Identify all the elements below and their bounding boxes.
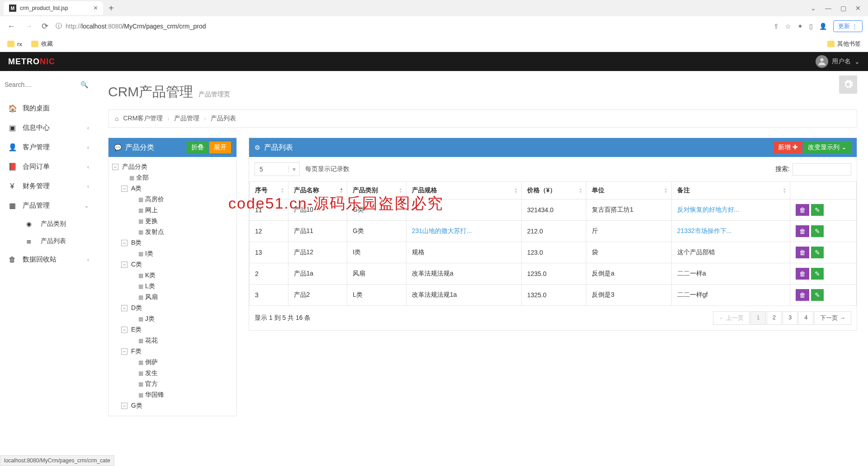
tree-node[interactable]: ▦花花	[130, 335, 233, 346]
tree-node[interactable]: ▦发射点	[130, 227, 233, 238]
tree-toggle-icon[interactable]: −	[112, 164, 118, 170]
tree-node[interactable]: ▦J类	[130, 314, 233, 324]
column-header[interactable]: 产品名称▲▼	[288, 182, 347, 200]
tree-node[interactable]: ▦风扇	[130, 292, 233, 303]
sidebar-subitem[interactable]: ◉产品类别	[18, 215, 97, 233]
other-bookmarks[interactable]: 其他书签	[827, 40, 861, 48]
column-header[interactable]: 价格（¥）▲▼	[521, 182, 586, 200]
page-button[interactable]: 4	[798, 311, 813, 325]
settings-button[interactable]	[839, 76, 857, 94]
tree-node[interactable]: −F类	[121, 346, 233, 357]
delete-button[interactable]: 🗑	[796, 225, 809, 237]
column-header[interactable]: 产品规格▲▼	[406, 182, 521, 200]
url-box[interactable]: ⓘ http://localhost:8080/MyCrm/pages_crm/…	[56, 22, 768, 30]
edit-button[interactable]: ✎	[811, 225, 824, 237]
reload-button[interactable]: ⟳	[40, 19, 50, 33]
tree-node[interactable]: ▦I类	[130, 248, 233, 259]
change-columns-button[interactable]: 改变显示列 ⌄	[803, 142, 851, 153]
bookmark-rx[interactable]: rx	[7, 41, 22, 48]
tree-node[interactable]: −B类	[121, 238, 233, 248]
tree-node[interactable]: −C类	[121, 259, 233, 270]
sidebar-item[interactable]: ¥财务管理‹	[0, 176, 97, 196]
back-button[interactable]: ←	[5, 20, 17, 33]
home-icon[interactable]: ⌂	[115, 115, 118, 122]
expand-button[interactable]: 展开	[209, 142, 231, 153]
edit-button[interactable]: ✎	[811, 289, 824, 301]
delete-button[interactable]: 🗑	[796, 247, 809, 258]
logo[interactable]: METRONIC	[8, 57, 55, 67]
column-header[interactable]: 序号▲▼	[250, 182, 288, 200]
page-button[interactable]: 1	[750, 311, 765, 325]
sidebar-item[interactable]: ▣信息中心‹	[0, 118, 97, 138]
search-icon[interactable]: 🔍	[80, 81, 88, 88]
forward-button[interactable]: →	[23, 20, 34, 33]
collapse-button[interactable]: 折叠	[187, 142, 208, 153]
column-header[interactable]: 单位▲▼	[586, 182, 671, 200]
tree-node[interactable]: ▦K类	[130, 270, 233, 281]
bookmark-fav[interactable]: 收藏	[31, 40, 53, 48]
page-size-select[interactable]: 5	[255, 162, 300, 176]
tree-node[interactable]: ▦更换	[130, 216, 233, 227]
tree-toggle-icon[interactable]: −	[121, 327, 127, 333]
edit-button[interactable]: ✎	[811, 204, 824, 216]
column-header[interactable]: 备注▲▼	[671, 182, 790, 200]
tree-node[interactable]: −G类	[121, 400, 233, 411]
tree-node[interactable]: ▦L类	[130, 281, 233, 292]
tree-toggle-icon[interactable]: −	[121, 305, 127, 311]
tree-node[interactable]: ▦发生	[130, 368, 233, 379]
sidebar-subitem[interactable]: ≣产品列表	[18, 233, 97, 250]
tree-node[interactable]: ▦网上	[130, 205, 233, 216]
minimize-button[interactable]: —	[825, 5, 831, 12]
sidebar-item[interactable]: 🏠我的桌面	[0, 99, 97, 118]
breadcrumb-link[interactable]: CRM客户管理	[123, 114, 163, 123]
tree-node[interactable]: ▦倒萨	[130, 357, 233, 368]
spec-link[interactable]: 231山地的撒大苏打...	[412, 227, 472, 234]
star-icon[interactable]: ☆	[785, 23, 791, 30]
tree-toggle-icon[interactable]: −	[121, 185, 127, 192]
page-button[interactable]: 3	[783, 311, 797, 325]
tree-node[interactable]: −产品分类	[112, 162, 233, 172]
page-button[interactable]: ← 上一页	[713, 311, 750, 325]
share-icon[interactable]: ⇪	[774, 23, 779, 30]
tree-node[interactable]: −A类	[121, 183, 233, 194]
tree-toggle-icon[interactable]: −	[121, 262, 127, 268]
tree-toggle-icon[interactable]: −	[121, 403, 127, 409]
tree-node[interactable]: −D类	[121, 303, 233, 314]
sidebar-item[interactable]: 🗑数据回收站‹	[0, 250, 97, 269]
delete-button[interactable]: 🗑	[796, 204, 809, 216]
column-header[interactable]: 产品类别▲▼	[347, 182, 406, 200]
extension-icon[interactable]: ✦	[797, 23, 803, 30]
info-icon[interactable]: ⓘ	[56, 22, 62, 30]
breadcrumb-link[interactable]: 产品管理	[174, 114, 199, 123]
note-link[interactable]: 反对恢复的好地方好...	[677, 206, 740, 213]
page-button[interactable]: 2	[767, 311, 782, 325]
chevron-down-icon[interactable]: ⌄	[811, 5, 816, 12]
close-window-button[interactable]: ✕	[855, 5, 861, 12]
column-header[interactable]	[790, 182, 857, 200]
search-input[interactable]	[5, 78, 90, 91]
tree-toggle-icon[interactable]: −	[121, 348, 127, 355]
sidebar-item[interactable]: ▦产品管理⌄	[0, 196, 97, 215]
tree-node[interactable]: −E类	[121, 324, 233, 335]
new-tab-button[interactable]: +	[103, 3, 119, 14]
delete-button[interactable]: 🗑	[796, 268, 809, 280]
add-button[interactable]: 新增 ✚	[774, 142, 802, 153]
edit-button[interactable]: ✎	[811, 268, 824, 280]
profile-icon[interactable]: 👤	[819, 23, 827, 30]
sidebar-item[interactable]: 📕合同订单‹	[0, 157, 97, 176]
edit-button[interactable]: ✎	[811, 247, 824, 258]
tree-node[interactable]: ▦全部	[121, 172, 233, 183]
update-button[interactable]: 更新 ⋮	[833, 20, 863, 32]
close-icon[interactable]: ×	[94, 4, 98, 12]
tree-node[interactable]: ▦高房价	[130, 194, 233, 205]
note-link[interactable]: 21332市场操作下...	[677, 227, 732, 234]
browser-tab[interactable]: M crm_product_list.jsp ×	[4, 1, 103, 15]
sidebar-item[interactable]: 👤客户管理‹	[0, 138, 97, 157]
page-button[interactable]: 下一页 →	[814, 311, 851, 325]
table-search-input[interactable]	[793, 163, 851, 176]
panel-icon[interactable]: ▯	[809, 23, 813, 30]
user-menu[interactable]: 用户名 ⌄	[816, 55, 860, 68]
maximize-button[interactable]: ▢	[840, 5, 846, 12]
tree-node[interactable]: ▦华国锋	[130, 390, 233, 400]
tree-node[interactable]: ▦官方	[130, 379, 233, 390]
